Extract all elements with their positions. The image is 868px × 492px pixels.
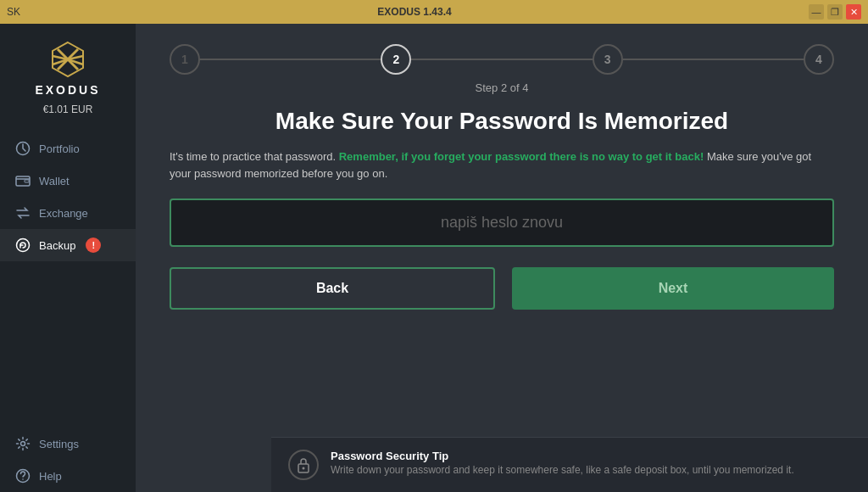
help-label: Help <box>39 470 62 483</box>
svg-point-12 <box>21 442 25 446</box>
settings-icon <box>15 436 31 451</box>
sidebar-item-portfolio[interactable]: Portfolio <box>0 132 136 165</box>
tip-lock-icon <box>288 450 319 480</box>
security-tip: Password Security Tip Write down your pa… <box>271 437 868 492</box>
title-bar: SK EXODUS 1.43.4 — ❐ ✕ <box>0 0 868 24</box>
sidebar-logo: EXODUS <box>35 41 100 97</box>
exodus-logo-icon <box>46 41 90 78</box>
backup-icon <box>15 238 31 253</box>
backup-label: Backup <box>39 239 75 252</box>
step-line-2 <box>411 59 592 60</box>
description-highlight: Remember, if you forget your password th… <box>339 150 704 163</box>
description-text: It's time to practice that password. Rem… <box>170 148 834 182</box>
back-button[interactable]: Back <box>170 267 495 310</box>
sidebar-nav: Portfolio Wallet <box>0 132 136 261</box>
svg-point-16 <box>303 467 305 470</box>
window-controls: — ❐ ✕ <box>809 4 861 20</box>
exchange-label: Exchange <box>39 207 88 220</box>
tip-content: Password Security Tip Write down your pa… <box>331 450 794 476</box>
svg-rect-9 <box>25 180 29 182</box>
svg-point-14 <box>22 478 24 480</box>
app-body: EXODUS €1.01 EUR Portfolio <box>0 24 868 492</box>
svg-rect-8 <box>16 176 30 186</box>
password-input-wrapper <box>170 198 834 247</box>
page-title: Make Sure Your Password Is Memorized <box>170 108 834 135</box>
backup-badge: ! <box>86 238 101 253</box>
sidebar-item-settings[interactable]: Settings <box>0 428 136 460</box>
close-button[interactable]: ✕ <box>846 4 861 20</box>
sidebar-item-wallet[interactable]: Wallet <box>0 165 136 197</box>
button-row: Back Next <box>170 267 834 310</box>
sidebar-item-exchange[interactable]: Exchange <box>0 197 136 229</box>
balance-display: €1.01 EUR <box>43 103 93 115</box>
main-content: 1 2 3 4 Step 2 of 4 Make Sure Your Passw… <box>136 24 868 492</box>
step-line-1 <box>200 59 381 60</box>
description-plain: It's time to practice that password. <box>170 150 339 163</box>
help-icon <box>15 468 31 484</box>
next-button[interactable]: Next <box>512 267 834 310</box>
wallet-icon <box>15 173 31 188</box>
sidebar-item-help[interactable]: Help <box>0 460 136 492</box>
step-4: 4 <box>804 44 834 75</box>
maximize-button[interactable]: ❐ <box>827 4 843 20</box>
sidebar-item-backup[interactable]: Backup ! <box>0 229 136 261</box>
step-2: 2 <box>381 44 411 75</box>
sidebar: EXODUS €1.01 EUR Portfolio <box>0 24 136 492</box>
step-line-3 <box>623 59 804 60</box>
wallet-label: Wallet <box>39 175 70 187</box>
exchange-icon <box>15 205 31 221</box>
app-icon: SK <box>7 5 20 19</box>
settings-label: Settings <box>39 438 79 450</box>
tip-title: Password Security Tip <box>331 450 794 462</box>
password-repeat-input[interactable] <box>171 200 832 245</box>
minimize-button[interactable]: — <box>809 4 824 20</box>
tip-text: Write down your password and keep it som… <box>331 464 794 476</box>
app-name-label: EXODUS <box>35 83 100 97</box>
portfolio-icon <box>15 141 31 156</box>
window-title: EXODUS 1.43.4 <box>20 6 809 18</box>
step-label: Step 2 of 4 <box>170 81 834 94</box>
step-indicator: 1 2 3 4 <box>170 44 834 75</box>
sidebar-bottom: Settings Help <box>0 428 136 492</box>
portfolio-label: Portfolio <box>39 143 80 155</box>
step-3: 3 <box>593 44 623 75</box>
step-1: 1 <box>170 44 200 75</box>
